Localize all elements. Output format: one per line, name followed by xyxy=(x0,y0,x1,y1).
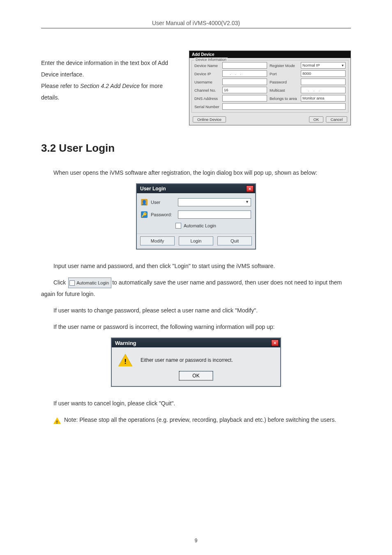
input-device-name[interactable] xyxy=(222,62,267,69)
modify-button[interactable]: Modify xyxy=(140,236,175,245)
add-device-title: Add Device xyxy=(189,51,350,58)
warning-message: Either user name or password is incorrec… xyxy=(141,357,233,363)
add-device-ok-button[interactable]: OK xyxy=(309,116,324,123)
input-multicast[interactable]: ... xyxy=(301,87,346,93)
label-device-name: Device Name xyxy=(194,63,220,68)
user-icon: 👤 xyxy=(141,199,148,206)
note-text: Note: Please stop all the operations (e.… xyxy=(62,416,336,423)
section-heading: 3.2 User Login xyxy=(41,142,351,155)
select-register-mode[interactable]: Normal IP xyxy=(301,62,346,69)
input-serial[interactable] xyxy=(222,103,346,110)
label-belongs-to: Belongs to area xyxy=(270,96,298,101)
quit-button[interactable]: Quit xyxy=(217,236,252,245)
warning-dialog: Warning × Either user name or password i… xyxy=(111,338,281,387)
intro-link-ref: Section 4.2 Add Device xyxy=(80,83,140,89)
warning-close-icon[interactable]: × xyxy=(271,340,279,346)
input-login-password[interactable] xyxy=(178,210,251,219)
input-username[interactable] xyxy=(222,79,267,85)
para-intro-login: When user opens the iVMS software after … xyxy=(41,167,351,178)
label-password: Password xyxy=(270,80,298,84)
warning-titlebar: Warning × xyxy=(112,338,280,347)
input-port[interactable]: 8000 xyxy=(301,70,346,77)
add-device-dialog: Add Device Device Information Device Nam… xyxy=(189,51,351,125)
inline-auto-login-label: Automatic Login xyxy=(76,278,109,287)
para-auto-login: Click Automatic Login to automatically s… xyxy=(41,277,351,300)
input-belongs-to[interactable]: Monitor area xyxy=(301,95,346,102)
key-icon: 🔑 xyxy=(141,211,148,218)
login-button[interactable]: Login xyxy=(179,236,213,245)
checkbox-auto-login[interactable] xyxy=(175,223,181,229)
click-word: Click xyxy=(53,279,67,286)
note-warning-icon xyxy=(53,417,61,424)
select-user[interactable] xyxy=(178,198,251,206)
input-dns[interactable] xyxy=(222,95,267,102)
label-serial: Serial Number xyxy=(194,104,220,109)
device-info-group-label: Device Information xyxy=(194,58,228,62)
intro-paragraph: Enter the device information in the text… xyxy=(41,51,181,103)
label-channel-no: Channel No. xyxy=(194,88,220,92)
label-device-ip: Device IP xyxy=(194,72,220,76)
para-quit: If user wants to cancel login, please cl… xyxy=(41,398,351,409)
label-user: User xyxy=(151,200,175,205)
user-login-dialog: User Login × 👤 User 🔑 Password: Automati… xyxy=(136,183,256,250)
warning-title: Warning xyxy=(115,340,136,346)
warning-icon xyxy=(118,354,132,366)
label-port: Port xyxy=(270,72,298,76)
para-login-instr: Input user name and password, and then c… xyxy=(41,260,351,272)
inline-checkbox-icon xyxy=(69,280,75,286)
input-channel-no[interactable]: 16 xyxy=(222,87,267,93)
intro-line1: Enter the device information in the text… xyxy=(41,60,168,78)
label-login-password: Password: xyxy=(151,212,175,217)
input-password[interactable] xyxy=(301,79,346,85)
para-note: Note: Please stop all the operations (e.… xyxy=(41,414,351,426)
warning-ok-button[interactable]: OK xyxy=(179,371,213,380)
para-incorrect: If the user name or password is incorrec… xyxy=(41,321,351,333)
label-auto-login: Automatic Login xyxy=(184,223,216,228)
label-dns: DNS Address xyxy=(194,96,220,101)
inline-auto-login-chip: Automatic Login xyxy=(68,278,111,288)
label-multicast: Multicast xyxy=(270,88,298,92)
para-modify: If user wants to change password, please… xyxy=(41,305,351,316)
label-username: Username xyxy=(194,80,220,84)
intro-line2-pre: Please refer to xyxy=(41,83,80,89)
add-device-cancel-button[interactable]: Cancel xyxy=(326,116,347,123)
online-device-button[interactable]: Online Device xyxy=(193,116,226,123)
page-header: User Manual of iVMS-4000(V2.03) xyxy=(41,20,351,28)
input-device-ip[interactable]: ... xyxy=(222,70,267,77)
user-login-title: User Login xyxy=(140,186,166,192)
label-register-mode: Register Mode xyxy=(270,63,298,68)
user-login-titlebar: User Login × xyxy=(137,184,255,193)
page-number: 9 xyxy=(0,538,392,543)
close-icon[interactable]: × xyxy=(246,185,254,192)
